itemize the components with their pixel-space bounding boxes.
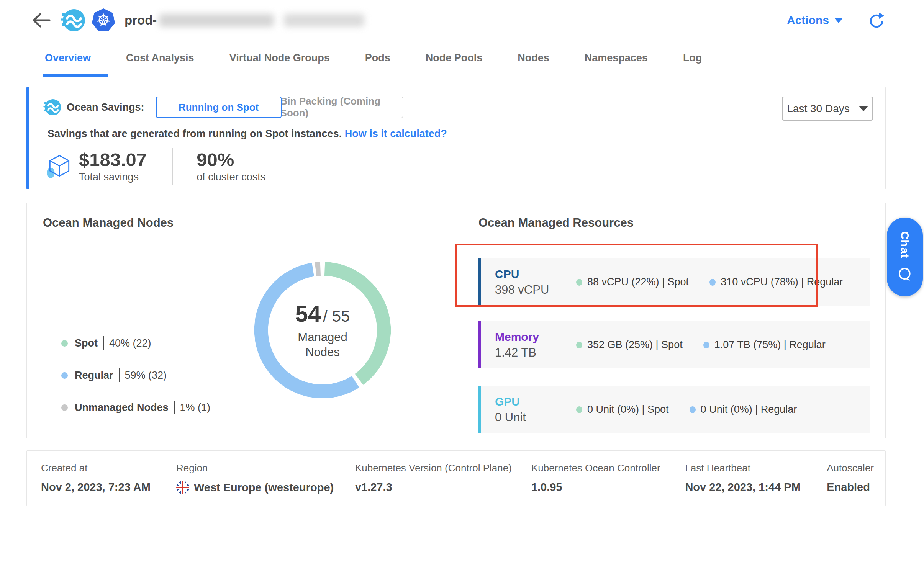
running-on-spot-toggle[interactable]: Running on Spot bbox=[156, 97, 282, 118]
ocean-managed-resources-card: Ocean Managed Resources CPU 398 vCPU 88 … bbox=[462, 203, 886, 438]
chevron-down-icon bbox=[834, 18, 843, 23]
bin-packing-toggle[interactable]: Bin Packing (Coming Soon) bbox=[280, 97, 403, 118]
tab-nodes[interactable]: Nodes bbox=[518, 40, 549, 76]
memory-regular-item: 1.07 TB (75%) | Regular bbox=[703, 339, 826, 351]
refresh-icon[interactable] bbox=[867, 11, 886, 29]
cpu-label: CPU bbox=[495, 268, 576, 281]
footer-label: Created at bbox=[41, 462, 176, 474]
resource-row-gpu: GPU 0 Unit 0 Unit (0%) | Spot 0 Unit (0%… bbox=[478, 386, 870, 433]
managed-nodes-donut-chart: 54 / 55 Managed Nodes bbox=[254, 262, 391, 398]
resource-row-cpu: CPU 398 vCPU 88 vCPU (22%) | Spot 310 vC… bbox=[478, 258, 870, 306]
tab-log[interactable]: Log bbox=[683, 40, 702, 76]
legend-name: Unmanaged Nodes bbox=[75, 402, 169, 414]
footer-value: 1.0.95 bbox=[531, 481, 685, 494]
tab-cost-analysis[interactable]: Cost Analysis bbox=[126, 40, 194, 76]
legend-item-spot: Spot 40% (22) bbox=[61, 336, 210, 350]
tab-namespaces[interactable]: Namespaces bbox=[585, 40, 648, 76]
gpu-label: GPU bbox=[495, 395, 576, 408]
unmanaged-dot-icon bbox=[61, 404, 68, 411]
cpu-spot-item: 88 vCPU (22%) | Spot bbox=[576, 276, 689, 288]
footer-label: Last Heartbeat bbox=[685, 462, 827, 474]
cpu-legend: 88 vCPU (22%) | Spot 310 vCPU (78%) | Re… bbox=[576, 276, 843, 288]
spot-dot-icon bbox=[61, 340, 68, 347]
cluster-cost-percent-value: 90% bbox=[197, 150, 265, 170]
tab-pods[interactable]: Pods bbox=[365, 40, 390, 76]
chat-label: Chat bbox=[898, 231, 911, 258]
chevron-down-icon bbox=[859, 106, 868, 111]
footer-region: Region West Europe (westeurope) bbox=[176, 462, 355, 506]
legend-value: 40% (22) bbox=[109, 337, 151, 349]
how-calculated-link[interactable]: How is it calculated? bbox=[345, 128, 447, 139]
memory-spot-value: 352 GB (25%) | Spot bbox=[587, 339, 683, 351]
footer-label: Autoscaler bbox=[827, 462, 874, 474]
chat-bubble-icon bbox=[896, 266, 913, 283]
memory-name-block: Memory 1.42 TB bbox=[495, 330, 576, 360]
footer-label: Kubernetes Version (Control Plane) bbox=[355, 462, 531, 474]
cluster-name-redacted-2 bbox=[284, 14, 364, 27]
gpu-total: 0 Unit bbox=[495, 411, 576, 424]
savings-stats-row: $183.07 Total savings 90% of cluster cos… bbox=[45, 148, 874, 185]
memory-label: Memory bbox=[495, 330, 576, 344]
actions-label: Actions bbox=[787, 14, 829, 27]
chat-button[interactable]: Chat bbox=[887, 218, 923, 296]
footer-autoscaler: Autoscaler Enabled bbox=[827, 462, 874, 506]
cpu-name-block: CPU 398 vCPU bbox=[495, 268, 576, 297]
total-savings-stat: $183.07 Total savings bbox=[79, 150, 147, 183]
legend-separator bbox=[174, 401, 175, 414]
tab-overview[interactable]: Overview bbox=[45, 40, 91, 76]
regular-dot-icon bbox=[709, 279, 716, 286]
memory-regular-value: 1.07 TB (75%) | Regular bbox=[714, 339, 826, 351]
cpu-regular-value: 310 vCPU (78%) | Regular bbox=[721, 276, 843, 288]
nodes-legend: Spot 40% (22) Regular 59% (32) Unmanaged… bbox=[61, 336, 210, 433]
savings-header-row: Ocean Savings: Running on Spot Bin Packi… bbox=[43, 97, 874, 118]
spot-dot-icon bbox=[576, 279, 582, 286]
spot-dot-icon bbox=[576, 406, 582, 413]
regular-dot-icon bbox=[703, 342, 709, 348]
legend-name: Spot bbox=[75, 337, 98, 349]
savings-description: Savings that are generated from running … bbox=[48, 128, 874, 140]
legend-value: 59% (32) bbox=[125, 370, 167, 381]
memory-total: 1.42 TB bbox=[495, 346, 576, 360]
period-dropdown-value: Last 30 Days bbox=[787, 103, 849, 115]
top-header: prod- Actions bbox=[26, 0, 886, 40]
footer-value: Enabled bbox=[827, 481, 874, 494]
cpu-total: 398 vCPU bbox=[495, 283, 576, 297]
legend-item-regular: Regular 59% (32) bbox=[61, 368, 210, 382]
managed-nodes-title: Ocean Managed Nodes bbox=[42, 216, 435, 230]
tab-bar: Overview Cost Analysis Virtual Node Grou… bbox=[26, 40, 886, 76]
kubernetes-logo-icon bbox=[91, 8, 116, 33]
managed-resources-title: Ocean Managed Resources bbox=[478, 216, 870, 230]
resource-row-memory: Memory 1.42 TB 352 GB (25%) | Spot 1.07 … bbox=[478, 321, 870, 368]
cluster-info-footer: Created at Nov 2, 2023, 7:23 AM Region W… bbox=[26, 450, 886, 506]
cpu-regular-item: 310 vCPU (78%) | Regular bbox=[709, 276, 843, 288]
page-title: prod- bbox=[125, 13, 364, 28]
period-dropdown[interactable]: Last 30 Days bbox=[782, 97, 873, 121]
legend-separator bbox=[119, 368, 120, 382]
gpu-regular-item: 0 Unit (0%) | Regular bbox=[690, 404, 797, 416]
main-container: prod- Actions Overview Cost Analysis Vir… bbox=[26, 0, 886, 506]
savings-cube-icon bbox=[45, 152, 74, 181]
savings-toggle-group: Running on Spot Bin Packing (Coming Soon… bbox=[156, 97, 403, 118]
ocean-wave-icon bbox=[43, 98, 61, 116]
managed-nodes-body: Spot 40% (22) Regular 59% (32) Unmanaged… bbox=[42, 244, 435, 433]
actions-dropdown-button[interactable]: Actions bbox=[787, 14, 843, 27]
tab-node-pools[interactable]: Node Pools bbox=[426, 40, 483, 76]
cpu-spot-value: 88 vCPU (22%) | Spot bbox=[587, 276, 689, 288]
back-arrow-icon[interactable] bbox=[30, 11, 52, 29]
legend-name: Regular bbox=[75, 370, 113, 381]
gpu-name-block: GPU 0 Unit bbox=[495, 395, 576, 424]
total-count: / 55 bbox=[323, 307, 350, 326]
tab-virtual-node-groups[interactable]: Virtual Node Groups bbox=[229, 40, 330, 76]
footer-k8s-version: Kubernetes Version (Control Plane) v1.27… bbox=[355, 462, 531, 506]
cluster-cost-percent-label: of cluster costs bbox=[197, 171, 265, 183]
footer-created-at: Created at Nov 2, 2023, 7:23 AM bbox=[41, 462, 176, 506]
footer-label: Kubernetes Ocean Controller bbox=[531, 462, 685, 474]
gpu-regular-value: 0 Unit (0%) | Regular bbox=[701, 404, 797, 416]
ocean-savings-card: Ocean Savings: Running on Spot Bin Packi… bbox=[26, 87, 886, 189]
region-value: West Europe (westeurope) bbox=[194, 481, 334, 494]
spot-dot-icon bbox=[576, 342, 582, 348]
donut-label-line1: Managed bbox=[298, 330, 347, 345]
cluster-cost-stat: 90% of cluster costs bbox=[197, 150, 265, 183]
footer-value: Nov 2, 2023, 7:23 AM bbox=[41, 481, 176, 494]
cards-row: Ocean Managed Nodes Spot 40% (22) Regula… bbox=[26, 203, 886, 438]
